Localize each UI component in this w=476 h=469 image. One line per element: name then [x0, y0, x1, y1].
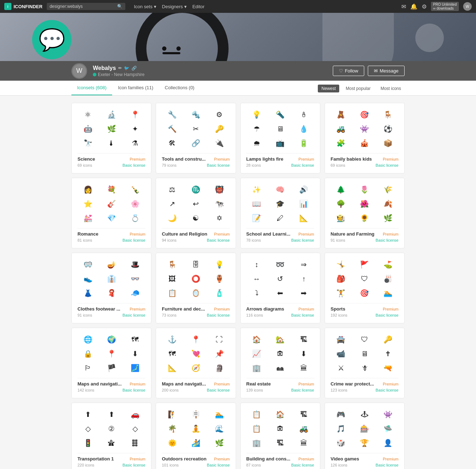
follow-button[interactable]: ♡ Follow [333, 66, 365, 76]
edit-icon[interactable]: ✏ [118, 66, 122, 71]
card-icon: 🕹 [359, 409, 370, 420]
card-icon: 🎮 [335, 409, 347, 420]
card-icons: 🎮🕹👾🎵🎰🛸🎲🏆👤 [331, 409, 399, 449]
card-icons: ✨🧠🔊📖🎓📊📝🖊📐 [246, 184, 314, 224]
tab-icon-families[interactable]: Icon families (11) [112, 81, 159, 95]
card-count: 142 icons [77, 388, 94, 392]
card-icon: 🏗 [298, 409, 310, 420]
card-meta: 73 icons Basic license [162, 313, 230, 317]
icon-card-9[interactable]: 🪑🗄💡🖼⭕🏺📋🪞🧴 Furniture and dec... Premium 7… [156, 253, 236, 323]
card-footer: Tools and constru... Premium 79 icons Ba… [162, 153, 230, 167]
link-icon[interactable]: 🔗 [131, 66, 137, 71]
profile-location: Exeter - New Hampshire [93, 72, 145, 77]
nav-icon-sets[interactable]: Icon sets ▾ [134, 4, 156, 9]
card-license: Basic license [291, 463, 314, 467]
icon-card-10[interactable]: ↕➿⇒↔↺↑⤵⬅➡ Arrows diagrams Premium 116 ic… [240, 253, 320, 323]
brand-label: ICONFINDER [14, 4, 42, 9]
icon-card-2[interactable]: 💡🔦🕯☂🖥💧🌧📺🔋 Lamps lights fire Premium 28 i… [240, 103, 320, 173]
icon-card-17[interactable]: 🧗🪧🏊🌴🧘🌊🌞🏄🌿 Outdoors recreation Premium 10… [156, 403, 236, 469]
card-icons: 🌲🌷🌾🌳🌺🍂🧑‍🌾🌻🌿 [331, 184, 399, 224]
user-avatar[interactable]: W [463, 2, 472, 11]
card-icon: ⤵ [251, 287, 262, 299]
icon-card-14[interactable]: 🏠🏡🏗📈🏚⬇🏢🏘🏛 Real estate Premium 139 icons … [240, 328, 320, 398]
card-icon: 🌿 [382, 212, 394, 224]
card-license: Basic license [122, 313, 145, 317]
card-icons: 🏠🏡🏗📈🏚⬇🏢🏘🏛 [246, 334, 314, 374]
message-button[interactable]: ✉ Message [368, 66, 405, 76]
nav-designers[interactable]: Designers ▾ [162, 4, 187, 9]
icon-card-18[interactable]: 📋🏠🏗📋🏚🚜🏢🏗🏛 Building and cons... Premium 8… [240, 403, 320, 469]
card-icon: 📊 [298, 198, 310, 210]
card-footer: School and Learni... Premium 78 icons Ba… [246, 228, 314, 242]
twitter-icon[interactable]: 🐦 [124, 66, 129, 71]
card-premium-badge: Premium [214, 157, 230, 161]
nav-editor[interactable]: Editor [192, 4, 205, 9]
card-premium-badge: Premium [299, 232, 314, 236]
card-icon: 🏡 [275, 334, 286, 345]
card-title: Transportation 1 [77, 456, 114, 462]
location-dot [93, 73, 96, 76]
card-premium-badge: Premium [214, 457, 230, 461]
card-footer: Nature and Farming Premium 91 icons Basi… [331, 228, 399, 242]
card-premium-badge: Premium [214, 232, 230, 236]
card-title: School and Learni... [246, 231, 291, 237]
card-icon: 🥽 [82, 259, 94, 270]
card-footer: Clothes footwear ... Premium 91 icons Ba… [77, 303, 145, 317]
icon-card-13[interactable]: ⚓📍⛶🗺💘📌📐🧭🗿 Maps and navigati... Premium 2… [156, 328, 236, 398]
svg-rect-2 [162, 52, 180, 54]
card-footer: Sports Premium 192 icons Basic license [331, 303, 399, 317]
card-title: Furniture and dec... [162, 306, 205, 312]
card-meta: 78 icons Basic license [246, 238, 314, 242]
card-icon: 🔋 [298, 137, 310, 149]
icon-card-6[interactable]: ✨🧠🔊📖🎓📊📝🖊📐 School and Learni... Premium 7… [240, 178, 320, 248]
icon-card-4[interactable]: 👩💐🍾⭐🎸🌸💒💎💍 Romance Premium 81 icons Basic… [71, 178, 151, 248]
card-icon: 🛠 [166, 137, 178, 149]
icon-card-11[interactable]: 🤸🚩⛳🎒🛡🎳🏋🎯🏊 Sports Premium 192 icons Basic… [325, 253, 405, 323]
card-icon: 🏳 [82, 362, 94, 374]
card-icon: 🛤 [129, 437, 141, 449]
card-icon: 🎸 [106, 198, 117, 210]
card-icon: 🍂 [382, 198, 394, 210]
card-count: 91 icons [331, 238, 345, 242]
card-icon: 🌾 [382, 184, 394, 195]
icon-card-3[interactable]: 🧸🎯🪑🚜👾⚽🧩🎪📦 Family babies kids Premium 69 … [325, 103, 405, 173]
card-icon: 👾 [382, 409, 394, 420]
card-icons: 🚔🛡🔑📹🖥✝⚔🗡🔫 [331, 334, 399, 374]
icon-card-7[interactable]: 🌲🌷🌾🌳🌺🍂🧑‍🌾🌻🌿 Nature and Farming Premium 9… [325, 178, 405, 248]
card-title: Arrows diagrams [246, 306, 284, 312]
icon-card-1[interactable]: 🔧🔩⚙🔨✂🔑🛠🔗🔌 Tools and constru... Premium 7… [156, 103, 236, 173]
card-meta: 69 icons Basic license [331, 163, 399, 167]
card-icon: 🌡 [106, 137, 117, 149]
card-license: Basic license [291, 238, 314, 242]
icon-card-8[interactable]: 🥽🪔🎩👟👔👓👗🧣🧢 Clothes footwear ... Premium 9… [71, 253, 151, 323]
card-title: Clothes footwear ... [77, 306, 120, 312]
card-icon: 🎪 [359, 137, 370, 149]
card-icon: 🎵 [335, 423, 347, 434]
icon-card-16[interactable]: ⬆⬆🚗◇②◇🚦🛣🛤 Transportation 1 Premium 220 i… [71, 403, 151, 469]
search-input[interactable] [50, 4, 117, 9]
card-icon: 🚜 [335, 123, 347, 135]
card-license: Basic license [207, 163, 230, 167]
icon-card-19[interactable]: 🎮🕹👾🎵🎰🛸🎲🏆👤 Video games Premium 126 icons … [325, 403, 405, 469]
filter-most-icons[interactable]: Most icons [377, 85, 405, 92]
card-icon: 🏄 [190, 437, 201, 449]
tab-collections[interactable]: Collections (0) [159, 81, 200, 95]
icon-card-12[interactable]: 🌐🌍🗺🔒📍⬇🏳🏴🗾 Maps and navigati... Premium 1… [71, 328, 151, 398]
card-icon: 🌿 [214, 437, 225, 449]
icon-card-15[interactable]: 🚔🛡🔑📹🖥✝⚔🗡🔫 Crime war protect... Premium 1… [325, 328, 405, 398]
card-icon: 🐄 [214, 198, 225, 210]
card-footer: Building and cons... Premium 87 icons Ba… [246, 453, 314, 467]
card-license: Basic license [376, 463, 399, 467]
card-icon: 🌴 [166, 423, 178, 434]
card-icon: 📖 [251, 198, 262, 210]
tabs-bar: Iconsets (608) Icon families (11) Collec… [0, 81, 476, 96]
filter-most-popular[interactable]: Most popular [342, 85, 374, 92]
icon-card-5[interactable]: ⚖♏👹↗↩🐄🌙☯✡ Culture and Religion Premium 9… [156, 178, 236, 248]
card-premium-badge: Premium [130, 307, 145, 311]
card-icon: ✂ [190, 123, 201, 135]
icon-card-0[interactable]: ⚛🔬📍🤖🌿✦🔭🌡⚗ Science Premium 69 icons Basic… [71, 103, 151, 173]
filter-newest[interactable]: Newest [318, 85, 339, 92]
card-icon: 💍 [129, 212, 141, 224]
search-bar[interactable]: 🔍 [47, 3, 125, 10]
tab-iconsets[interactable]: Iconsets (608) [71, 81, 112, 95]
